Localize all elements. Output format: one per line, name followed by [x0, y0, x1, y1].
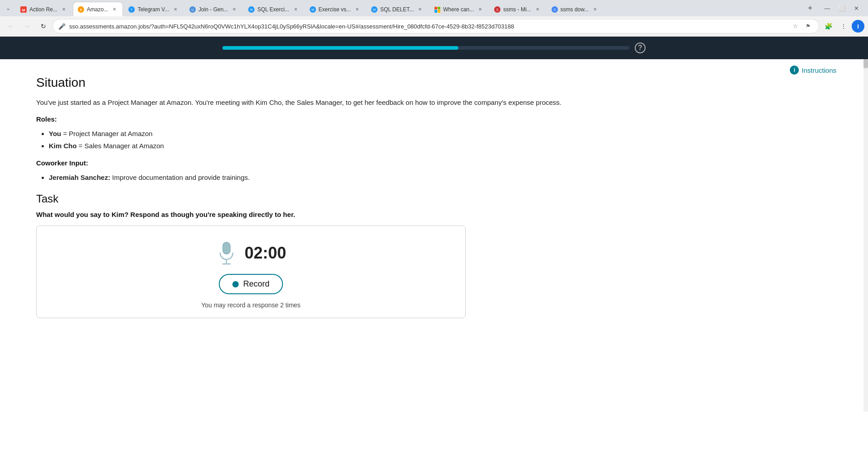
extensions-button[interactable]: 🧩	[821, 19, 835, 33]
tab-gmail[interactable]: M Action Re... ✕	[15, 2, 72, 16]
progress-area: ?	[0, 37, 868, 59]
main-content: i Instructions Situation You've just sta…	[0, 59, 863, 412]
record-button-label: Record	[243, 279, 269, 289]
roles-label: Roles:	[36, 115, 845, 123]
tab-where-can-close[interactable]: ✕	[476, 6, 484, 13]
instructions-label: Instructions	[802, 66, 836, 74]
tab-ssms-mi-close[interactable]: ✕	[534, 6, 541, 13]
svg-rect-16	[434, 10, 437, 13]
tab-sql-delet-label: SQL DELET...	[380, 6, 414, 13]
role-kim-name: Kim Cho	[49, 142, 77, 150]
url-bar[interactable]: 🎤 sso.assessments.amazon.jobs/?auth=NFL5…	[52, 19, 819, 33]
record-note: You may record a response 2 times	[201, 301, 301, 309]
tab-ssms-mi[interactable]: S ssms - Mi... ✕	[489, 2, 546, 16]
more-button[interactable]: ⋮	[836, 19, 851, 33]
svg-text:G: G	[553, 8, 556, 11]
role-you-desc: Project Manager at Amazon	[69, 130, 152, 137]
url-actions: ☆ ⚑	[790, 21, 813, 32]
sql-exer-favicon: W	[248, 6, 255, 13]
svg-rect-15	[438, 7, 440, 9]
svg-rect-17	[438, 10, 440, 13]
progress-help-button[interactable]: ?	[635, 42, 646, 53]
tab-scroll-left[interactable]: ⌄	[2, 2, 14, 14]
telegram-favicon: T	[128, 6, 135, 13]
forward-button[interactable]: →	[20, 19, 34, 33]
svg-rect-14	[434, 7, 437, 9]
record-dot-icon	[232, 281, 239, 287]
new-tab-button[interactable]: +	[804, 2, 816, 14]
tab-sql-delet[interactable]: W SQL DELET... ✕	[366, 2, 429, 16]
tab-where-can-label: Where can...	[443, 6, 474, 13]
svg-text:U: U	[191, 8, 193, 11]
toolbar-right: 🧩 ⋮ I	[821, 19, 864, 33]
coworkers-list: Jeremiah Sanchez: Improve documentation …	[36, 171, 845, 183]
gmail-favicon: M	[20, 6, 27, 13]
tab-exercise-vs-close[interactable]: ✕	[354, 6, 361, 13]
tab-sql-delet-close[interactable]: ✕	[416, 6, 424, 13]
svg-text:W: W	[373, 8, 376, 11]
role-you-eq: =	[63, 130, 69, 137]
progress-bar-fill	[222, 46, 458, 50]
tab-amazon-close[interactable]: ✕	[111, 6, 118, 13]
coworker-jeremiah: Jeremiah Sanchez: Improve documentation …	[49, 171, 845, 183]
task-heading: Task	[36, 193, 845, 205]
situation-text: You've just started as a Project Manager…	[36, 97, 845, 108]
progress-bar-background	[222, 46, 629, 50]
custom-flag-icon[interactable]: ⚑	[802, 21, 813, 32]
reload-button[interactable]: ↻	[36, 19, 51, 33]
tab-where-can[interactable]: Where can... ✕	[429, 2, 489, 16]
microphone-icon	[216, 240, 237, 267]
join-gen-favicon: U	[189, 6, 196, 13]
url-text: sso.assessments.amazon.jobs/?auth=NFL5Q4…	[69, 23, 786, 30]
tab-exercise-vs[interactable]: W Exercise vs... ✕	[305, 2, 366, 16]
mic-timer-container: 02:00	[216, 240, 286, 267]
roles-list: You = Project Manager at Amazon Kim Cho …	[36, 127, 845, 152]
task-question: What would you say to Kim? Respond as th…	[36, 211, 845, 218]
tab-telegram[interactable]: T Telegram V... ✕	[123, 2, 184, 16]
where-can-favicon	[434, 6, 440, 13]
tab-sql-exer-close[interactable]: ✕	[292, 6, 299, 13]
tab-exercise-vs-label: Exercise vs...	[319, 6, 351, 13]
page-wrapper: i Instructions Situation You've just sta…	[0, 59, 868, 412]
info-icon: i	[790, 66, 799, 75]
tab-amazon-label: Amazo...	[87, 6, 108, 13]
svg-text:M: M	[22, 8, 25, 12]
back-button[interactable]: ←	[4, 19, 18, 33]
scrollbar[interactable]	[863, 59, 868, 412]
svg-text:A: A	[80, 8, 82, 11]
profile-button[interactable]: I	[852, 20, 864, 33]
tab-ssms-down-close[interactable]: ✕	[591, 6, 599, 13]
scrollbar-thumb[interactable]	[863, 59, 868, 68]
svg-text:W: W	[311, 8, 314, 11]
minimize-button[interactable]: —	[821, 2, 834, 14]
bookmark-icon[interactable]: ☆	[790, 21, 801, 32]
tab-sql-exer[interactable]: W SQL Exerci... ✕	[243, 2, 304, 16]
instructions-button[interactable]: i Instructions	[790, 66, 836, 75]
tab-join-gen-close[interactable]: ✕	[231, 6, 238, 13]
maximize-button[interactable]: ⬜	[835, 2, 848, 14]
ssms-mi-favicon: S	[494, 6, 500, 13]
tabs-container: M Action Re... ✕ A Amazo... ✕ T Telegram…	[15, 0, 803, 16]
browser-window-controls: — ⬜ ✕	[817, 2, 866, 14]
role-you: You = Project Manager at Amazon	[49, 127, 845, 140]
role-you-name: You	[49, 130, 61, 137]
ssms-down-favicon: G	[552, 6, 558, 13]
sql-delet-favicon: W	[371, 6, 377, 13]
situation-heading: Situation	[36, 75, 845, 90]
address-bar: ← → ↻ 🎤 sso.assessments.amazon.jobs/?aut…	[0, 16, 868, 36]
tab-ssms-down[interactable]: G ssms dow... ✕	[547, 2, 604, 16]
tab-telegram-close[interactable]: ✕	[172, 6, 179, 13]
role-kim-eq: =	[79, 142, 85, 150]
tab-join-gen[interactable]: U Join - Gen... ✕	[184, 2, 243, 16]
tab-amazon[interactable]: A Amazo... ✕	[73, 2, 123, 16]
browser-chrome: ⌄ M Action Re... ✕ A Amazo... ✕	[0, 0, 868, 37]
record-button[interactable]: Record	[219, 274, 283, 294]
role-kim-desc: Sales Manager at Amazon	[85, 142, 164, 150]
tab-join-gen-label: Join - Gen...	[198, 6, 228, 13]
amazon-favicon: A	[78, 6, 84, 13]
record-box: 02:00 Record You may record a response 2…	[36, 226, 466, 318]
close-window-button[interactable]: ✕	[850, 2, 863, 14]
tab-gmail-label: Action Re...	[29, 6, 57, 13]
tab-ssms-down-label: ssms dow...	[561, 6, 589, 13]
tab-gmail-close[interactable]: ✕	[60, 6, 67, 13]
